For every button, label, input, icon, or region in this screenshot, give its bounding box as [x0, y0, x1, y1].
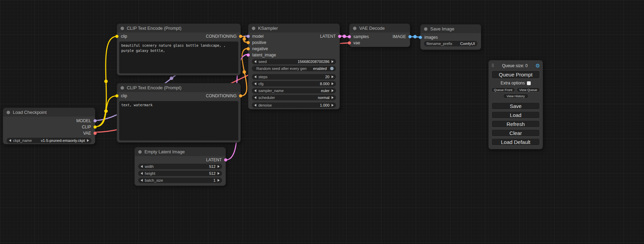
input-label-images: images [424, 35, 438, 40]
decrement-arrow-icon[interactable] [254, 60, 256, 63]
collapse-dot-icon[interactable] [424, 27, 427, 31]
node-title: VAE Decode [359, 26, 385, 31]
input-label-clip: clip [121, 34, 127, 39]
settings-gear-icon[interactable]: ⚙ [536, 63, 540, 69]
output-port-vae[interactable] [94, 132, 97, 135]
slot-row-clip: CLIP [3, 124, 95, 130]
node-title-bar[interactable]: CLIP Text Encode (Prompt) [117, 83, 240, 92]
save-button[interactable]: Save [491, 102, 540, 110]
node-save-image[interactable]: Save Image images filename_prefix ComfyU… [420, 24, 481, 50]
increment-arrow-icon[interactable] [332, 96, 334, 99]
input-port-images[interactable] [419, 36, 422, 39]
node-vae-decode[interactable]: VAE Decode samples IMAGE vae [349, 24, 410, 47]
node-title-bar[interactable]: Empty Latent Image [135, 147, 226, 156]
decrement-arrow-icon[interactable] [254, 75, 256, 78]
widget-label: seed [258, 60, 267, 64]
output-port-latent[interactable] [224, 159, 227, 162]
decrement-arrow-icon[interactable] [254, 82, 256, 85]
input-port-negative[interactable] [247, 47, 250, 51]
slot-row-latent: LATENT [135, 157, 226, 163]
load-button[interactable]: Load [491, 111, 540, 119]
refresh-button[interactable]: Refresh [491, 120, 540, 128]
input-label-vae: vae [353, 40, 360, 45]
node-clip-text-encode-negative[interactable]: CLIP Text Encode (Prompt) clip CONDITION… [117, 83, 241, 143]
widget-label: scheduler [258, 96, 275, 100]
increment-arrow-icon[interactable] [332, 89, 334, 92]
collapse-dot-icon[interactable] [121, 27, 124, 30]
decrement-arrow-icon[interactable] [9, 139, 11, 142]
link-midpoint-dot [343, 35, 346, 38]
drag-handle-icon[interactable]: ⠿ [491, 63, 494, 68]
input-port-samples[interactable] [348, 35, 351, 38]
decrement-arrow-icon[interactable] [141, 172, 143, 175]
output-port-clip[interactable] [94, 126, 97, 129]
collapse-dot-icon[interactable] [7, 111, 10, 114]
increment-arrow-icon[interactable] [87, 139, 89, 142]
collapse-dot-icon[interactable] [138, 150, 142, 154]
widget-sampler-name[interactable]: sampler_name euler [252, 88, 336, 93]
widget-value: 512 [209, 171, 215, 175]
increment-arrow-icon[interactable] [332, 82, 334, 85]
widget-random-seed-toggle[interactable]: Random seed after every gen enabled [252, 66, 336, 71]
node-title-bar[interactable]: Save Image [421, 25, 481, 33]
queue-prompt-button[interactable]: Queue Prompt [491, 70, 540, 79]
widget-seed[interactable]: seed 156680208700286 [252, 59, 336, 64]
decrement-arrow-icon[interactable] [254, 104, 256, 107]
widget-filename-prefix[interactable]: filename_prefix ComfyUI [424, 41, 477, 46]
widget-label: height [145, 171, 155, 175]
decrement-arrow-icon[interactable] [141, 165, 143, 168]
increment-arrow-icon[interactable] [218, 172, 220, 175]
widget-cfg[interactable]: cfg 8.000 [252, 81, 336, 87]
toggle-dot[interactable] [330, 67, 334, 70]
input-port-clip[interactable] [115, 94, 118, 98]
widget-denoise[interactable]: denoise 1.000 [252, 102, 336, 108]
queue-front-button[interactable]: Queue Front [491, 87, 515, 92]
node-clip-text-encode-positive[interactable]: CLIP Text Encode (Prompt) clip CONDITION… [117, 24, 241, 75]
output-port-model[interactable] [94, 119, 97, 123]
input-port-model[interactable] [247, 35, 250, 38]
input-port-latent-image[interactable] [247, 54, 250, 57]
prompt-textarea[interactable]: text, watermark [119, 101, 238, 141]
collapse-dot-icon[interactable] [353, 27, 356, 30]
node-ksampler[interactable]: KSampler model LATENT positive negative … [248, 24, 340, 109]
prompt-textarea[interactable]: beautiful scenery nature glass bottle la… [119, 42, 238, 73]
view-history-button[interactable]: View History [503, 93, 529, 99]
collapse-dot-icon[interactable] [121, 86, 124, 90]
node-load-checkpoint[interactable]: Load Checkpoint MODEL CLIP VAE ckpt_name… [3, 108, 95, 144]
widget-scheduler[interactable]: scheduler normal [252, 95, 336, 100]
output-port-latent[interactable] [338, 35, 341, 38]
increment-arrow-icon[interactable] [332, 75, 334, 78]
output-label-clip: CLIP [82, 125, 91, 129]
increment-arrow-icon[interactable] [332, 60, 334, 63]
decrement-arrow-icon[interactable] [254, 89, 256, 92]
widget-width[interactable]: width 512 [138, 164, 222, 169]
clear-button[interactable]: Clear [491, 129, 540, 137]
node-empty-latent-image[interactable]: Empty Latent Image LATENT width 512 heig… [134, 147, 226, 186]
input-port-vae[interactable] [348, 42, 351, 45]
output-port-conditioning[interactable] [239, 94, 242, 98]
increment-arrow-icon[interactable] [332, 104, 334, 107]
widget-batch-size[interactable]: batch_size 1 [138, 178, 222, 183]
node-title-bar[interactable]: KSampler [248, 24, 339, 33]
node-title-bar[interactable]: Load Checkpoint [3, 108, 95, 117]
output-port-image[interactable] [408, 35, 412, 38]
node-title-bar[interactable]: VAE Decode [350, 24, 410, 33]
widget-label: width [145, 164, 154, 169]
collapse-dot-icon[interactable] [252, 27, 255, 30]
output-port-conditioning[interactable] [239, 35, 242, 38]
extra-options-checkbox[interactable] [527, 81, 531, 85]
load-default-button[interactable]: Load Default [491, 138, 540, 146]
widget-height[interactable]: height 512 [138, 171, 222, 176]
widget-ckpt-name[interactable]: ckpt_name v1-5-pruned-emaonly.ckpt [7, 138, 91, 143]
decrement-arrow-icon[interactable] [254, 96, 256, 99]
input-port-positive[interactable] [247, 41, 250, 44]
comfyui-canvas[interactable]: { "colors": { "model": "#B39DDB", "clip"… [0, 0, 644, 244]
increment-arrow-icon[interactable] [218, 179, 220, 182]
input-port-clip[interactable] [115, 35, 118, 38]
decrement-arrow-icon[interactable] [141, 179, 143, 182]
increment-arrow-icon[interactable] [218, 165, 220, 168]
link-midpoint-dot [104, 109, 108, 113]
widget-steps[interactable]: steps 20 [252, 74, 336, 80]
view-queue-button[interactable]: View Queue [517, 87, 540, 92]
node-title-bar[interactable]: CLIP Text Encode (Prompt) [117, 24, 240, 33]
